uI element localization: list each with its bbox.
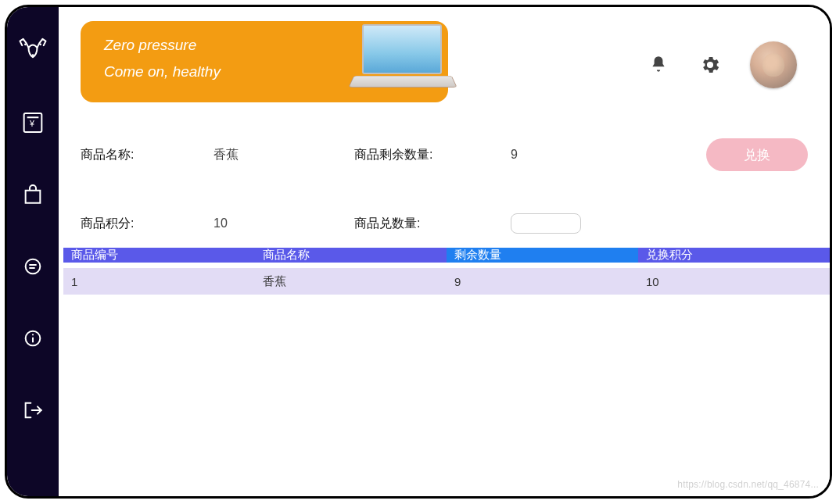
cell-id: 1: [63, 275, 255, 288]
product-table: 商品编号 商品名称 剩余数量 兑换积分 1 香蕉 9 10: [63, 241, 830, 295]
product-name-value: 香蕉: [213, 147, 354, 163]
gear-icon[interactable]: [698, 53, 722, 77]
exchange-qty-input[interactable]: [511, 213, 581, 234]
cell-name: 香蕉: [255, 274, 447, 289]
col-id: 商品编号: [63, 248, 255, 263]
watermark: https://blog.csdn.net/qq_46874...: [677, 479, 819, 490]
table-header: 商品编号 商品名称 剩余数量 兑换积分: [63, 241, 830, 268]
app-window: ¥: [5, 5, 832, 499]
cell-remain: 9: [447, 275, 638, 288]
banner-line1: Zero pressure: [104, 37, 354, 54]
promo-banner: Zero pressure Come on, healthy: [81, 21, 448, 102]
laptop-image: [351, 24, 453, 95]
svg-point-6: [26, 259, 41, 274]
points-value: 10: [213, 216, 354, 231]
remain-label: 商品剩余数量:: [354, 147, 511, 163]
banner-line2: Come on, healthy: [104, 63, 354, 80]
exchange-qty-input-wrap: [511, 213, 667, 234]
sidebar: ¥: [7, 7, 59, 496]
bag-icon[interactable]: [14, 176, 52, 213]
table-row[interactable]: 1 香蕉 9 10: [63, 268, 830, 295]
svg-point-10: [32, 334, 34, 335]
col-name: 商品名称: [255, 248, 447, 263]
exchange-button[interactable]: 兑换: [706, 138, 808, 171]
cell-points: 10: [638, 275, 830, 288]
svg-point-2: [39, 43, 41, 45]
points-label: 商品积分:: [81, 216, 213, 232]
main-content: Zero pressure Come on, healthy: [59, 7, 830, 496]
product-form: 商品名称: 香蕉 商品剩余数量: 9 兑换 商品积分: 10 商品兑数量:: [59, 110, 830, 241]
chat-icon[interactable]: [14, 248, 52, 285]
svg-point-1: [24, 43, 27, 45]
top-row: Zero pressure Come on, healthy: [59, 7, 830, 110]
product-name-label: 商品名称:: [81, 147, 213, 163]
remain-value: 9: [511, 148, 667, 162]
bell-icon[interactable]: [647, 53, 670, 77]
calculator-icon[interactable]: ¥: [14, 104, 52, 141]
fitness-icon[interactable]: [14, 32, 52, 70]
svg-text:¥: ¥: [29, 119, 34, 128]
exit-icon[interactable]: [14, 391, 52, 429]
exchange-qty-label: 商品兑数量:: [354, 216, 511, 232]
col-remain: 剩余数量: [447, 248, 638, 263]
avatar[interactable]: [750, 41, 797, 88]
svg-point-0: [32, 54, 34, 56]
col-points: 兑换积分: [638, 248, 830, 263]
info-icon[interactable]: [14, 320, 52, 357]
topbar-actions: [647, 21, 808, 88]
